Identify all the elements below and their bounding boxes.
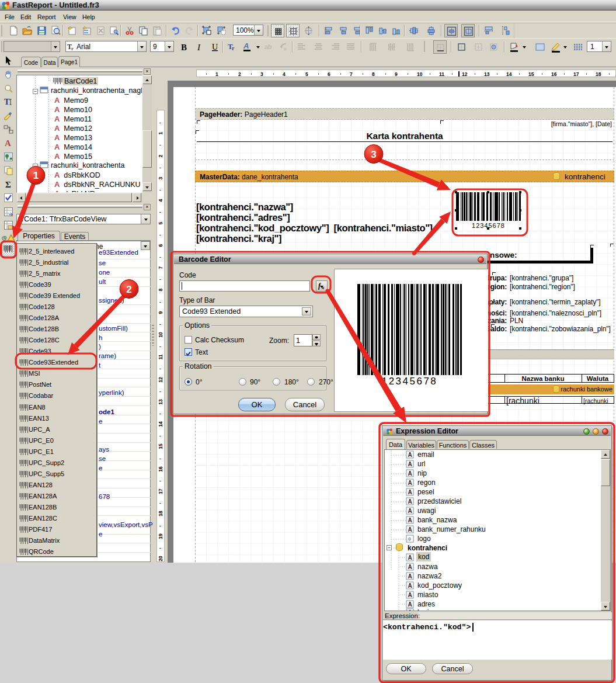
svg-text:.0: .0 [407, 536, 411, 542]
svg-text:x: x [321, 285, 325, 290]
svg-text:f: f [318, 282, 321, 290]
svg-text:A: A [408, 489, 412, 495]
svg-text:A: A [408, 609, 412, 611]
svg-text:A: A [408, 452, 412, 458]
svg-text:A: A [408, 498, 412, 505]
svg-text:a: a [284, 46, 287, 51]
svg-text:B: B [181, 43, 187, 52]
svg-text:Σ: Σ [5, 180, 11, 189]
svg-text:r: r [232, 45, 235, 51]
svg-text:A: A [408, 526, 412, 533]
svg-text:ab: ab [265, 43, 272, 50]
svg-text:A: A [408, 461, 412, 467]
svg-text:A: A [408, 583, 412, 589]
svg-text:I: I [197, 43, 201, 52]
svg-text:A: A [408, 470, 412, 477]
svg-text:A: A [408, 517, 412, 523]
svg-text:T: T [4, 98, 10, 106]
svg-text:A: A [408, 564, 412, 570]
svg-text:A: A [408, 601, 412, 608]
svg-text:A: A [243, 42, 249, 50]
svg-text:A: A [5, 138, 11, 148]
svg-text:A: A [408, 592, 412, 598]
svg-text:A: A [408, 508, 412, 514]
svg-text:A: A [408, 480, 412, 486]
svg-text:A: A [408, 573, 412, 580]
svg-text:A: A [408, 554, 412, 561]
svg-text:U: U [212, 43, 218, 51]
svg-text:r: r [71, 46, 74, 51]
